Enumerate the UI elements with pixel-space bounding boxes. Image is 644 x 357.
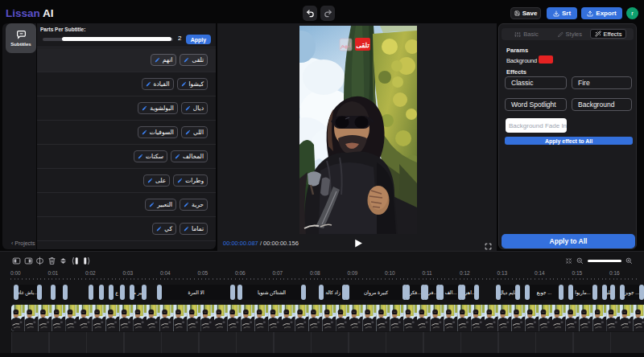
svg-text:تلقى: تلقى xyxy=(356,41,369,49)
svg-text:انهم: انهم xyxy=(341,42,351,49)
